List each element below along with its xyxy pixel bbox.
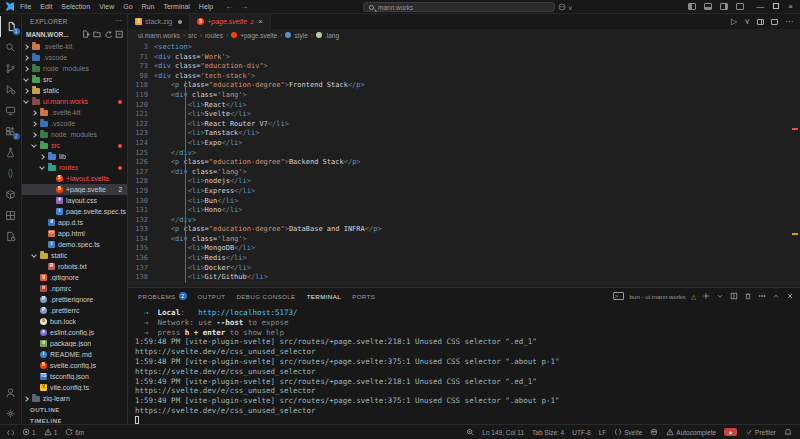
toggle-secondary-sidebar-icon[interactable] <box>720 3 728 10</box>
terminal-name[interactable]: bun - ui.mann.works <box>630 293 686 300</box>
split-editor-icon[interactable] <box>757 19 764 25</box>
new-folder-icon[interactable] <box>93 30 101 39</box>
tree-item--gitignore[interactable]: g.gitignore <box>22 272 127 283</box>
activity-search-icon[interactable] <box>0 37 22 58</box>
activity-testing-icon[interactable] <box>0 142 22 163</box>
maximize-icon[interactable] <box>772 292 780 301</box>
close-button[interactable]: × <box>788 2 793 11</box>
more-actions-icon[interactable]: ⋯ <box>785 17 793 26</box>
toggle-panel-icon[interactable] <box>704 3 712 10</box>
tree-item-static[interactable]: static <box>22 85 127 96</box>
customize-layout-icon[interactable] <box>736 3 744 10</box>
workspace-root-row[interactable]: MANN.WOR... <box>22 28 127 41</box>
tree-item-zig-learn[interactable]: zig-learn <box>22 393 127 404</box>
status-warnings[interactable]: 1 <box>44 428 58 437</box>
status-notifications[interactable] <box>784 428 792 437</box>
menu-go[interactable]: Go <box>123 3 132 10</box>
trash-icon[interactable] <box>744 292 752 301</box>
breadcrumb-item[interactable]: style <box>294 32 307 39</box>
menu-terminal[interactable]: Terminal <box>163 3 189 10</box>
section-outline[interactable]: OUTLINE <box>22 404 127 415</box>
status-copilot[interactable] <box>650 428 658 437</box>
terminal-output[interactable]: → Local: http://localhost:5173/ → Networ… <box>128 304 800 424</box>
tree-item-routes[interactable]: routes <box>22 162 127 173</box>
status-autocomplete[interactable]: Autocomplete <box>666 428 716 437</box>
tree-item--prettierignore[interactable]: P.prettierignore <box>22 294 127 305</box>
menu-edit[interactable]: Edit <box>40 3 52 10</box>
activity-grid-extension-icon[interactable] <box>0 205 22 226</box>
tree-item-bun-lock[interactable]: bbun.lock <box>22 316 127 327</box>
toggle-sidebar-icon[interactable] <box>688 3 696 10</box>
status-prettier[interactable]: Prettier <box>745 428 776 437</box>
status-screencast[interactable] <box>466 428 474 437</box>
section-timeline[interactable]: TIMELINE <box>22 415 127 424</box>
tab--page-svelte[interactable]: S+page.svelte2× <box>190 14 270 29</box>
tree-item-src[interactable]: src <box>22 74 127 85</box>
tree-item--svelte-kit[interactable]: .svelte-kit <box>22 107 127 118</box>
tree-item--page-svelte[interactable]: S+page.svelte2 <box>22 184 127 195</box>
collapse-all-icon[interactable] <box>115 30 123 39</box>
split-icon[interactable] <box>730 292 738 301</box>
activity-explorer-icon[interactable]: 1 <box>0 16 22 37</box>
activity-account-icon[interactable] <box>0 382 22 403</box>
status-timer[interactable]: 6m <box>65 428 84 437</box>
alert-badge-icon[interactable]: ▲ <box>724 428 737 436</box>
menu-help[interactable]: Help <box>199 3 213 10</box>
status-indentation[interactable]: Tab Size: 4 <box>532 429 564 436</box>
tree-item-ui-mann-works[interactable]: ui.mann.works <box>22 96 127 107</box>
tree-item-layout-css[interactable]: #layout.css <box>22 195 127 206</box>
panel-tab-problems[interactable]: PROBLEMS2 <box>138 292 187 300</box>
refresh-icon[interactable] <box>104 30 112 39</box>
minimize-button[interactable]: — <box>756 2 764 11</box>
activity-run-debug-icon[interactable] <box>0 79 22 100</box>
activity-package-icon[interactable] <box>0 184 22 205</box>
tree-item--prettierrc[interactable]: P.prettierrc <box>22 305 127 316</box>
breadcrumb[interactable]: ui.mann.works›src›routes›+page.svelte›st… <box>128 29 800 41</box>
breadcrumb-item[interactable]: ui.mann.works <box>138 32 180 39</box>
tree-item-demo-spec-ts[interactable]: tdemo.spec.ts <box>22 239 127 250</box>
status-encoding[interactable]: UTF-8 <box>572 429 590 436</box>
tree-item-page-svelte-spec-ts[interactable]: tpage.svelte.spec.ts <box>22 206 127 217</box>
panel-tab-terminal[interactable]: TERMINAL <box>307 293 342 300</box>
menu-run[interactable]: Run <box>142 3 155 10</box>
activity-extensions-icon[interactable]: 2 <box>0 121 22 142</box>
tree-item-lib[interactable]: lib <box>22 151 127 162</box>
new-file-icon[interactable] <box>82 30 90 39</box>
dropdown-icon[interactable] <box>716 292 724 301</box>
plus-icon[interactable] <box>702 292 710 301</box>
close-icon[interactable] <box>786 292 794 301</box>
panel-tab-debug-console[interactable]: DEBUG CONSOLE <box>236 293 295 300</box>
tree-item-static[interactable]: static <box>22 250 127 261</box>
tree-item-robots-txt[interactable]: Rrobots.txt <box>22 261 127 272</box>
command-center[interactable]: mann.works <box>363 2 555 12</box>
breadcrumb-item[interactable]: src <box>188 32 197 39</box>
tree-item-node-modules[interactable]: node_modules <box>22 63 127 74</box>
panel-tab-output[interactable]: OUTPUT <box>198 293 226 300</box>
menu-file[interactable]: File <box>20 3 31 10</box>
status-language-mode[interactable]: Svelte <box>614 428 642 437</box>
status-remote-indicator[interactable] <box>6 428 14 437</box>
tree-item--svelte-kit[interactable]: .svelte-kit <box>22 41 127 52</box>
toggle-panel-icon[interactable] <box>771 19 778 25</box>
breadcrumb-item[interactable]: .lang <box>325 32 339 39</box>
tree-item--vscode[interactable]: .vscode <box>22 52 127 63</box>
menu-view[interactable]: View <box>99 3 114 10</box>
more-icon[interactable] <box>758 292 766 301</box>
forward-icon[interactable]: → <box>240 2 248 11</box>
explorer-more-icon[interactable]: ⋯ <box>115 17 122 25</box>
menu-selection[interactable]: Selection <box>61 3 90 10</box>
tree-item-app-html[interactable]: <>app.html <box>22 228 127 239</box>
status-cursor-position[interactable]: Ln 149, Col 11 <box>482 429 524 436</box>
tree-item--layout-svelte[interactable]: S+layout.svelte <box>22 173 127 184</box>
back-icon[interactable]: ← <box>225 2 233 11</box>
breadcrumb-item[interactable]: +page.svelte <box>240 32 277 39</box>
tab-stack-zig[interactable]: Zstack.zig <box>128 14 190 29</box>
activity-settings-icon[interactable] <box>0 403 22 424</box>
tree-item--vscode[interactable]: .vscode <box>22 118 127 129</box>
tree-item-tsconfig-json[interactable]: TStsconfig.json <box>22 371 127 382</box>
tree-item-svelte-config-js[interactable]: Ssvelte.config.js <box>22 360 127 371</box>
activity-source-control-icon[interactable] <box>0 58 22 79</box>
activity-remote-explorer-icon[interactable] <box>0 100 22 121</box>
activity-project-manager-icon[interactable] <box>0 226 22 247</box>
tree-item-readme-md[interactable]: iREADME.md <box>22 349 127 360</box>
